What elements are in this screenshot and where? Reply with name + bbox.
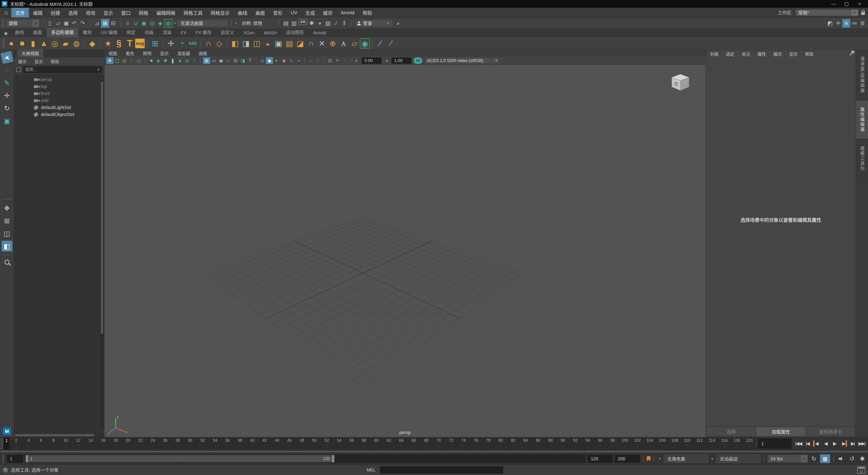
chevron-down-icon[interactable]: ▾ <box>173 22 177 25</box>
outliner-item-2[interactable]: top <box>14 83 104 90</box>
shelf-tab-8[interactable]: 渲染 <box>158 28 176 37</box>
audio-icon[interactable] <box>839 456 844 461</box>
resolution-gate-icon[interactable]: ▢ <box>114 57 121 64</box>
tool-settings-toggle-icon[interactable]: ≔ <box>850 19 859 28</box>
view-transform-icon[interactable]: A <box>106 57 114 64</box>
viewport-icon-32[interactable] <box>324 57 324 64</box>
rotate-tool[interactable]: ↻ <box>2 103 12 114</box>
shelf-grip[interactable] <box>2 38 5 49</box>
menu-item-12[interactable]: 曲线 <box>234 8 251 18</box>
object-details-icon[interactable]: ◎ <box>225 57 232 64</box>
film-gate-icon[interactable]: ▭ <box>210 57 217 64</box>
viewport-icon-14[interactable] <box>200 57 201 64</box>
range-grip[interactable] <box>2 454 4 464</box>
menu-set-dropdown[interactable]: 建模 ▼ <box>6 19 39 27</box>
maximize-button[interactable]: ▢ <box>840 0 853 8</box>
menu-item-2[interactable]: 编辑 <box>29 8 46 18</box>
script-editor-icon[interactable]: {;} <box>857 467 865 474</box>
step-back-key-button[interactable]: ◀ <box>812 437 821 450</box>
bridge-icon[interactable]: ∩ <box>306 38 316 49</box>
poly-plane-icon[interactable]: ▰ <box>60 38 71 49</box>
undo-icon[interactable]: ↶ <box>70 19 79 28</box>
viewport-icon-6[interactable] <box>145 57 145 64</box>
chevron-down-icon[interactable]: ▼ <box>97 68 100 71</box>
side-tab-3[interactable]: 建模工具包 <box>856 139 868 178</box>
pin-icon[interactable] <box>850 52 853 56</box>
hypershade-icon[interactable]: ▧ <box>324 19 332 28</box>
shelf-icon-21[interactable] <box>200 40 201 47</box>
paint-select-tool[interactable]: ✎ <box>2 77 12 88</box>
range-slider-track[interactable]: 1 ∷ 120 <box>25 454 586 463</box>
shelf-icon-8[interactable] <box>84 40 85 47</box>
outliner-hscrollbar[interactable] <box>14 434 104 437</box>
attribute-menu-6[interactable]: 显示 <box>789 51 798 57</box>
outliner-vscrollbar[interactable] <box>101 77 103 427</box>
shelf-tab-14[interactable]: 运动图形 <box>281 28 309 37</box>
shelf-tab-12[interactable]: XGen <box>239 29 259 37</box>
attribute-menu-1[interactable]: 列表 <box>710 51 719 57</box>
shelf-gear-icon[interactable]: ✱ <box>1 30 10 37</box>
camera-attributes-icon[interactable]: ✱ <box>162 57 169 64</box>
sphere-status-icon[interactable]: ◕ <box>394 19 402 28</box>
select-hierarchy-icon[interactable]: ⊿ <box>93 19 101 28</box>
snap-view-plane-icon[interactable]: ◈ <box>156 19 164 28</box>
wireframe-icon[interactable]: ◇ <box>258 57 266 64</box>
grid-toggle-icon[interactable]: ⊞ <box>203 57 210 64</box>
layout-outliner-persp-button[interactable]: ◧ <box>2 241 12 251</box>
attribute-menu-3[interactable]: 关注 <box>742 51 750 57</box>
viewport-menu-1[interactable]: 视图 <box>108 50 117 56</box>
shelf-tab-7[interactable]: 动画 <box>140 28 158 37</box>
shelf-tab-9[interactable]: FX <box>176 29 191 37</box>
set-current-time-icon[interactable]: ◔ <box>176 38 187 49</box>
poly-sphere-icon[interactable]: ● <box>6 38 17 49</box>
viewport-menu-5[interactable]: 渲染器 <box>177 50 190 56</box>
menu-item-1[interactable]: 文件 <box>11 8 29 18</box>
character-set-field[interactable]: 无角色集 <box>664 455 708 463</box>
shelf-tab-11[interactable]: 自定义 <box>216 28 239 37</box>
outliner-item-3[interactable]: front <box>14 90 104 97</box>
select-object-icon[interactable]: ⊞ <box>101 19 109 28</box>
motion-blur-icon[interactable]: ◔ <box>341 57 348 64</box>
viewport-icon-29[interactable] <box>304 57 305 64</box>
viewport-menu-2[interactable]: 着色 <box>126 50 134 56</box>
knife-icon[interactable]: ∕ <box>385 38 397 49</box>
text-hud-icon[interactable]: T <box>246 57 254 64</box>
pause-viewport-icon[interactable]: ‖ <box>340 19 348 28</box>
new-scene-icon[interactable]: ▯ <box>46 19 54 28</box>
chevron-down-icon[interactable]: ▼ <box>33 20 39 27</box>
multi-cut-icon[interactable]: ✕ <box>316 38 327 49</box>
camera-lock-icon[interactable]: ◈ <box>155 57 162 64</box>
camera-icon[interactable]: ◄ <box>147 57 155 64</box>
attribute-menu-2[interactable]: 选定 <box>726 51 735 57</box>
snap-grid-icon[interactable]: # <box>124 19 132 28</box>
animation-layer-field[interactable]: 无动画层 <box>716 455 761 463</box>
menu-item-15[interactable]: UV <box>287 8 301 18</box>
timeline-ruler[interactable]: 1 24681012141618202224262830323436384042… <box>4 438 755 450</box>
exposure-field[interactable]: 0.00 <box>362 57 381 64</box>
separate-icon[interactable]: ◨ <box>241 38 251 49</box>
wrap-icon[interactable]: ◇ <box>214 38 225 49</box>
chevron-down-icon[interactable]: ▼ <box>710 457 715 461</box>
bookmark-add-icon[interactable] <box>647 456 651 461</box>
viewport-icon-36[interactable] <box>350 57 351 64</box>
outliner-tab[interactable]: 大纲视图 <box>17 49 43 57</box>
pan-zoom-icon[interactable]: ◎ <box>184 57 191 64</box>
type-tool-icon[interactable]: T <box>124 38 135 49</box>
menu-item-16[interactable]: 生成 <box>301 8 319 18</box>
menu-item-8[interactable]: 网格 <box>135 8 152 18</box>
poly-torus-icon[interactable]: ◎ <box>49 38 60 49</box>
construction-plane-icon[interactable]: ✛ <box>165 38 176 49</box>
boolean-icon[interactable]: ▣ <box>273 38 284 49</box>
shelf-tab-3[interactable]: 多边形建模 <box>46 28 78 37</box>
range-center-handle[interactable]: ∷ <box>35 457 321 461</box>
outliner-menu-2[interactable]: 显示 <box>34 58 43 64</box>
snap-point-icon[interactable]: ◉ <box>140 19 148 28</box>
shelf-tab-4[interactable]: 雕刻 <box>78 28 96 37</box>
gamma-field[interactable]: 1.00 <box>392 57 411 64</box>
curve-pencil-icon[interactable]: ∕ <box>375 38 385 49</box>
play-backwards-button[interactable]: ◀ <box>821 437 830 450</box>
menu-item-6[interactable]: 显示 <box>99 8 117 18</box>
attribute-editor-button-3[interactable]: 复制选项卡 <box>806 427 855 436</box>
menu-item-18[interactable]: Arnold <box>337 8 359 18</box>
select-component-icon[interactable]: ⊟ <box>109 19 117 28</box>
